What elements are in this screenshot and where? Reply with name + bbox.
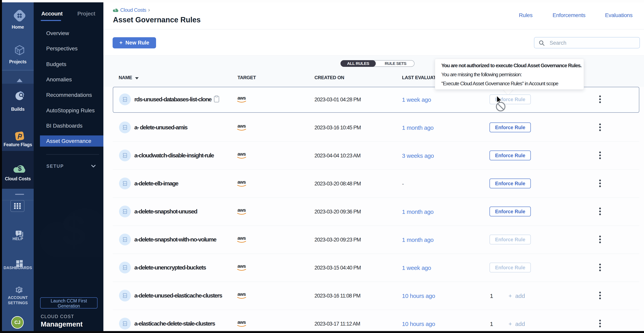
svg-text:</>: </> xyxy=(123,154,126,157)
svg-text:aws: aws xyxy=(238,179,246,185)
svg-text:</>: </> xyxy=(123,266,126,269)
svg-text:?: ? xyxy=(18,231,20,235)
svg-text:</>: </> xyxy=(123,210,126,213)
svg-text:</>: </> xyxy=(123,98,126,101)
svg-text:</>: </> xyxy=(123,238,126,241)
svg-text:aws: aws xyxy=(238,263,246,269)
svg-text:$: $ xyxy=(114,9,116,12)
svg-text:</>: </> xyxy=(123,294,126,297)
svg-text:aws: aws xyxy=(238,151,246,157)
svg-text:</>: </> xyxy=(123,322,126,325)
svg-text:aws: aws xyxy=(238,95,246,101)
svg-text:aws: aws xyxy=(238,319,246,325)
svg-text:$: $ xyxy=(18,165,22,172)
svg-text:$: $ xyxy=(62,206,86,255)
svg-text:aws: aws xyxy=(238,207,246,213)
svg-text:aws: aws xyxy=(238,123,246,129)
svg-text:</>: </> xyxy=(123,126,126,129)
svg-text:aws: aws xyxy=(238,235,246,241)
svg-text:</>: </> xyxy=(123,182,126,185)
svg-text:aws: aws xyxy=(238,291,246,297)
